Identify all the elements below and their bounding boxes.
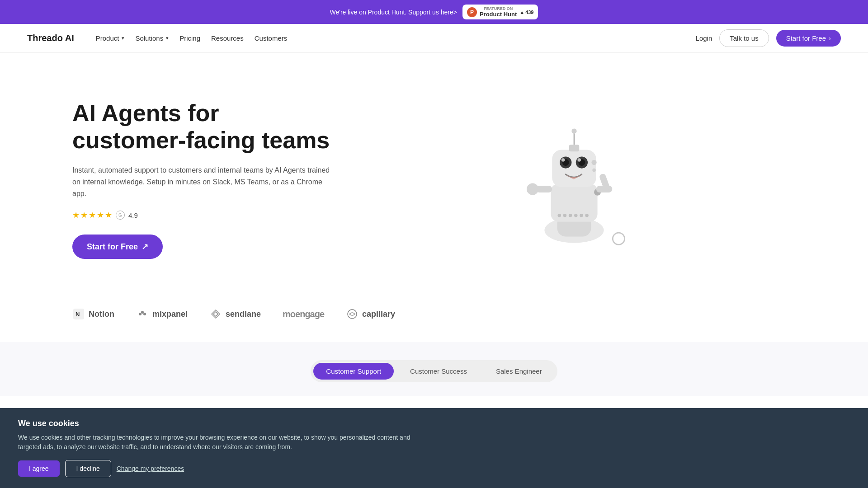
hero-section: AI Agents for customer-facing teams Inst…: [0, 53, 868, 297]
tab-customer-support[interactable]: Customer Support: [313, 363, 394, 380]
tab-customer-success[interactable]: Customer Success: [397, 363, 480, 380]
star-rating: ★ ★ ★ ★ ★: [72, 210, 112, 220]
arrow-icon-hero: ↗: [142, 242, 148, 252]
svg-point-18: [571, 129, 576, 134]
talk-to-us-button[interactable]: Talk to us: [719, 29, 769, 47]
star-3: ★: [89, 210, 96, 220]
svg-point-3: [557, 214, 561, 217]
start-for-free-hero-button[interactable]: Start for Free ↗: [72, 235, 163, 259]
svg-point-11: [527, 183, 538, 195]
tabs-section: Customer Support Customer Success Sales …: [0, 342, 868, 396]
navbar: Threado AI Product ▾ Solutions ▾ Pricing…: [0, 24, 868, 53]
sendlane-icon: [209, 308, 222, 320]
star-5: ★: [105, 210, 112, 220]
hero-description: Instant, automated support to customers …: [72, 164, 335, 199]
logo-notion: N Notion: [72, 308, 114, 320]
svg-point-30: [141, 311, 144, 314]
svg-point-5: [569, 214, 572, 217]
hero-image: [353, 103, 796, 256]
svg-rect-15: [552, 150, 596, 187]
chevron-down-icon-2: ▾: [166, 35, 169, 41]
ph-count-number: 439: [525, 9, 533, 15]
svg-point-20: [592, 169, 596, 172]
login-button[interactable]: Login: [696, 34, 712, 42]
ph-featured-label: FEATURED ON: [480, 6, 517, 11]
banner-text: We're live on Product Hunt. Support us h…: [330, 9, 457, 16]
robot-illustration: [506, 103, 642, 256]
svg-point-7: [580, 214, 583, 217]
ph-logo-icon: P: [467, 7, 477, 17]
product-hunt-badge[interactable]: P FEATURED ON Product Hunt ▲ 439: [462, 5, 538, 19]
ph-badge-info: FEATURED ON Product Hunt: [480, 6, 517, 18]
tabs-row: Customer Support Customer Success Sales …: [311, 360, 557, 382]
svg-point-14: [613, 233, 624, 244]
svg-text:N: N: [75, 311, 80, 318]
logos-row: N Notion mixpanel sendlane moengage capi…: [0, 297, 868, 342]
svg-point-19: [591, 160, 596, 165]
svg-point-4: [563, 214, 567, 217]
hero-content: AI Agents for customer-facing teams Inst…: [72, 100, 353, 259]
nav-solutions[interactable]: Solutions ▾: [135, 34, 169, 42]
ph-count: ▲ 439: [519, 9, 533, 15]
nav-links: Product ▾ Solutions ▾ Pricing Resources …: [96, 34, 681, 42]
nav-customers[interactable]: Customers: [255, 34, 288, 42]
svg-point-29: [139, 313, 142, 315]
star-4: ★: [97, 210, 104, 220]
nav-product[interactable]: Product ▾: [96, 34, 125, 42]
svg-marker-33: [213, 312, 218, 316]
start-for-free-nav-button[interactable]: Start for Free ›: [776, 30, 841, 47]
chevron-down-icon: ▾: [122, 35, 124, 41]
star-2: ★: [80, 210, 88, 220]
logo-capillary: capillary: [346, 308, 395, 320]
logo-mixpanel: mixpanel: [136, 308, 188, 320]
nav-actions: Login Talk to us Start for Free ›: [696, 29, 841, 47]
svg-point-8: [585, 214, 589, 217]
logo-moengage: moengage: [283, 309, 324, 319]
logo[interactable]: Threado AI: [27, 33, 74, 43]
notion-icon: N: [72, 308, 85, 320]
rating-value: 4.9: [128, 211, 138, 219]
top-banner: We're live on Product Hunt. Support us h…: [0, 0, 868, 24]
arrow-icon: ›: [829, 34, 831, 42]
svg-point-31: [143, 313, 146, 315]
logo-sendlane: sendlane: [209, 308, 261, 320]
svg-point-25: [561, 158, 565, 162]
ph-triangle: ▲: [519, 9, 524, 15]
hero-rating: ★ ★ ★ ★ ★ G 4.9: [72, 210, 353, 220]
capillary-icon: [346, 308, 359, 320]
nav-resources[interactable]: Resources: [211, 34, 244, 42]
svg-point-26: [578, 158, 581, 162]
star-1: ★: [72, 210, 80, 220]
svg-point-6: [574, 214, 578, 217]
tab-sales-engineer[interactable]: Sales Engineer: [483, 363, 555, 380]
ph-name: Product Hunt: [480, 11, 517, 18]
nav-pricing[interactable]: Pricing: [179, 34, 200, 42]
svg-marker-32: [212, 310, 220, 318]
svg-rect-16: [569, 145, 580, 151]
hero-title: AI Agents for customer-facing teams: [72, 100, 353, 154]
mixpanel-icon: [136, 308, 149, 320]
rating-badge-icon: G: [116, 211, 125, 220]
